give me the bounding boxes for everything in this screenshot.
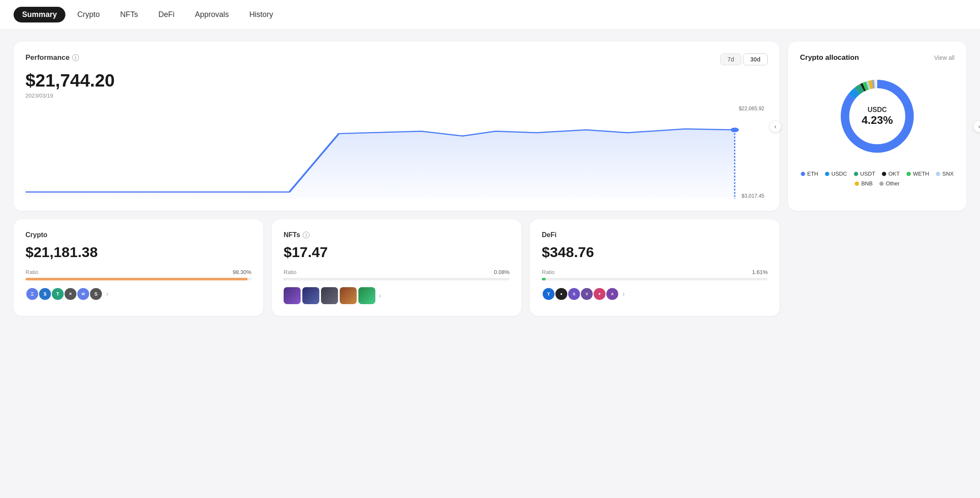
defi-summary-card: DeFi $348.76 Ratio 1.61% Y ● S V ♥ A › [530,219,780,316]
performance-date: 2023/03/19 [25,92,768,99]
defi-icon-2: ● [555,287,568,301]
performance-card: Performance i 7d 30d $21,744.20 2023/03/… [14,42,780,211]
nav-summary[interactable]: Summary [14,7,65,22]
defi-ratio-pct: 1.61% [752,269,768,275]
donut-center: USDC 4.23% [862,106,893,127]
nav-nfts[interactable]: NFTs [112,7,146,22]
usdt-dot [854,172,858,176]
nav-crypto[interactable]: Crypto [69,7,108,22]
weth-label: WETH [913,171,929,177]
nfts-ratio-pct: 0.08% [494,269,510,275]
defi-icon-1: Y [542,287,555,301]
crypto-token-icons: Ξ $ T ✕ W S › [25,287,251,301]
crypto-progress-bar [25,278,251,280]
weth-dot [907,172,911,176]
legend-weth: WETH [907,171,929,177]
snx-icon: S [89,287,103,301]
nfts-chevron[interactable]: › [379,292,381,299]
bnb-dot [855,182,859,186]
legend-usdt: USDT [854,171,875,177]
defi-icon-3: S [567,287,581,301]
legend-usdc: USDC [825,171,847,177]
nfts-card-title: NFTs i [284,231,510,239]
eth-label: ETH [807,171,818,177]
performance-title: Performance i [25,53,79,62]
nft-thumb-2 [302,287,319,304]
nft-thumb-5 [358,287,375,304]
defi-icon-4: V [580,287,594,301]
usdt-label: USDT [860,171,875,177]
nfts-card-amount: $17.47 [284,244,510,260]
defi-token-icons: Y ● S V ♥ A › [542,287,768,301]
defi-ratio-row: Ratio 1.61% [542,269,768,275]
usdt-icon: T [51,287,65,301]
30d-button[interactable]: 30d [743,53,768,65]
nfts-label: NFTs [284,231,300,239]
chart-high-label: $22,065.92 [739,106,764,112]
usdc-label: USDC [831,171,847,177]
donut-center-pct: 4.23% [862,114,893,127]
allocation-next-arrow[interactable]: › [973,120,980,132]
allocation-header: Crypto allocation View all [800,53,955,62]
snx-dot [936,172,940,176]
allocation-title: Crypto allocation [800,53,859,62]
nav-history[interactable]: History [241,7,282,22]
defi-icon-6: A [605,287,619,301]
view-all-link[interactable]: View all [934,54,955,61]
time-filter-buttons: 7d 30d [720,53,768,65]
okt-dot [882,172,886,176]
allocation-legend: ETH USDC USDT OKT WETH SNX [800,171,955,187]
performance-label: Performance [25,53,70,62]
performance-info-icon[interactable]: i [72,54,79,61]
chart-svg [25,106,768,199]
other-label: Other [886,180,900,187]
legend-okt: OKT [882,171,900,177]
donut-center-label: USDC [862,106,893,114]
defi-card-title: DeFi [542,231,768,239]
performance-chart: $22,065.92 $3,017.45 [25,106,768,199]
crypto-card-title: Crypto [25,231,251,239]
nfts-progress-fill [284,278,285,280]
nft-thumb-1 [284,287,301,304]
okt-label: OKT [888,171,900,177]
nfts-info-icon[interactable]: i [303,232,310,238]
defi-card-amount: $348.76 [542,244,768,260]
allocation-card: Crypto allocation View all ‹ › [788,42,966,211]
nfts-ratio-row: Ratio 0.08% [284,269,510,275]
legend-snx: SNX [936,171,954,177]
nav-approvals[interactable]: Approvals [186,7,237,22]
nfts-summary-card: NFTs i $17.47 Ratio 0.08% › [272,219,521,316]
bottom-cards: Crypto $21,181.38 Ratio 98.30% Ξ $ T ✕ W… [14,219,780,316]
eth-icon: Ξ [25,287,39,301]
snx-label: SNX [942,171,954,177]
allocation-prev-arrow[interactable]: ‹ [769,120,781,132]
donut-chart: USDC 4.23% [800,74,955,159]
performance-amount: $21,744.20 [25,70,768,91]
main-content: Performance i 7d 30d $21,744.20 2023/03/… [0,30,980,328]
crypto-chevron[interactable]: › [106,290,108,298]
nft-thumb-4 [340,287,357,304]
nav-defi[interactable]: DeFi [150,7,183,22]
top-navigation: Summary Crypto NFTs DeFi Approvals Histo… [0,0,980,30]
defi-progress-fill [542,278,546,280]
weth-icon: W [76,287,90,301]
performance-header: Performance i 7d 30d [25,53,768,65]
crypto-progress-fill [25,278,248,280]
defi-chevron[interactable]: › [622,290,625,298]
7d-button[interactable]: 7d [720,53,741,65]
nfts-progress-bar [284,278,510,280]
other-dot [879,182,884,186]
eth-dot [801,172,805,176]
crypto-card-amount: $21,181.38 [25,244,251,260]
nft-thumb-3 [321,287,338,304]
legend-bnb: BNB [855,180,873,187]
defi-ratio-label: Ratio [542,269,555,275]
okt-icon: ✕ [64,287,77,301]
defi-icon-5: ♥ [593,287,606,301]
nfts-ratio-label: Ratio [284,269,296,275]
nft-thumbnails: › [284,287,510,304]
chart-low-label: $3,017.45 [742,193,764,199]
crypto-summary-card: Crypto $21,181.38 Ratio 98.30% Ξ $ T ✕ W… [14,219,263,316]
legend-eth: ETH [801,171,818,177]
usdc-icon: $ [38,287,52,301]
